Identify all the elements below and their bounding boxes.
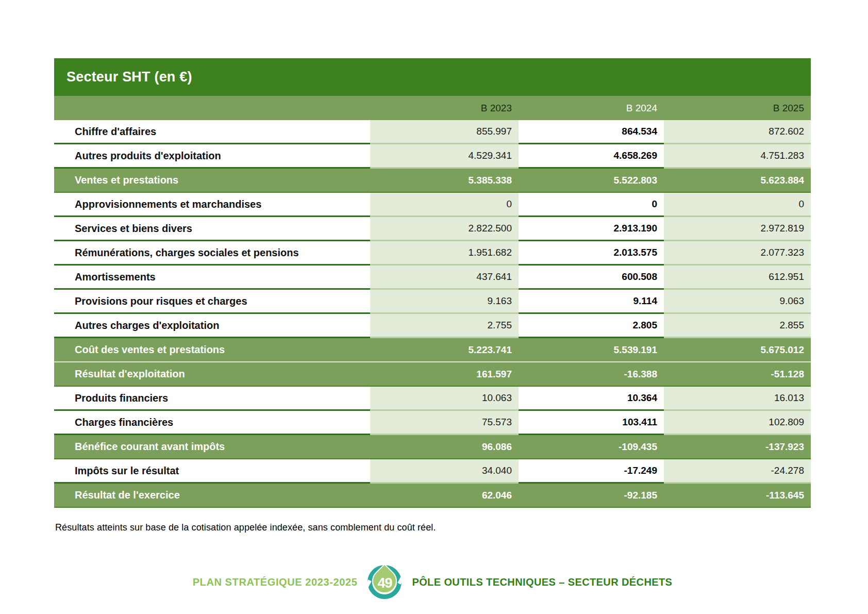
cell-b2024: 2.913.190 — [519, 217, 664, 241]
row-label: Bénéfice courant avant impôts — [54, 435, 370, 458]
table-row: Résultat d'exploitation161.597-16.388-51… — [54, 362, 811, 387]
row-label: Chiffre d'affaires — [54, 120, 370, 144]
cell-b2024: 4.658.269 — [519, 144, 664, 169]
table-row: Provisions pour risques et charges9.1639… — [54, 290, 811, 314]
column-header-b2024: B 2024 — [519, 96, 664, 120]
row-label: Autres charges d'exploitation — [54, 314, 370, 338]
column-header-b2023: B 2023 — [370, 96, 519, 120]
footer-section-title: PÔLE OUTILS TECHNIQUES – SECTEUR DÉCHETS — [412, 576, 672, 588]
row-label: Services et biens divers — [54, 217, 370, 241]
cell-b2024: -92.185 — [519, 484, 664, 507]
cell-b2024: 600.508 — [519, 265, 664, 290]
cell-b2024: 2.013.575 — [519, 241, 664, 265]
page-content: Secteur SHT (en €) B 2023 B 2024 B 2025 … — [54, 58, 811, 599]
cell-b2023: 62.046 — [370, 484, 519, 507]
table-row: Résultat de l'exercice62.046-92.185-113.… — [54, 484, 811, 508]
table-row: Impôts sur le résultat34.040-17.249-24.2… — [54, 459, 811, 484]
cell-b2025: 612.951 — [664, 265, 811, 290]
row-label: Résultat de l'exercice — [54, 484, 370, 507]
cell-b2023: 855.997 — [370, 120, 519, 144]
cell-b2025: 5.623.884 — [664, 169, 811, 192]
cell-b2025: -51.128 — [664, 362, 811, 386]
row-label: Provisions pour risques et charges — [54, 290, 370, 314]
header-spacer — [54, 96, 370, 120]
row-label: Amortissements — [54, 265, 370, 290]
cell-b2024: 9.114 — [519, 290, 664, 314]
cell-b2023: 10.063 — [370, 387, 519, 411]
page-number: 49 — [368, 565, 402, 599]
cell-b2025: 0 — [664, 193, 811, 217]
cell-b2023: 96.086 — [370, 435, 519, 458]
cell-b2023: 437.641 — [370, 265, 519, 290]
cell-b2025: -113.645 — [664, 484, 811, 507]
cell-b2023: 161.597 — [370, 362, 519, 386]
row-label: Approvisionnements et marchandises — [54, 193, 370, 217]
table-title: Secteur SHT (en €) — [66, 69, 192, 85]
cell-b2025: 5.675.012 — [664, 338, 811, 361]
table-row: Produits financiers10.06310.36416.013 — [54, 387, 811, 411]
footer-plan-title: PLAN STRATÉGIQUE 2023-2025 — [193, 576, 358, 588]
row-label: Ventes et prestations — [54, 169, 370, 192]
row-label: Charges financières — [54, 411, 370, 435]
table-row: Services et biens divers2.822.5002.913.1… — [54, 217, 811, 241]
table-row: Autres produits d'exploitation4.529.3414… — [54, 144, 811, 169]
footnote: Résultats atteints sur base de la cotisa… — [55, 522, 811, 533]
row-label: Coût des ventes et prestations — [54, 338, 370, 361]
cell-b2024: -17.249 — [519, 459, 664, 484]
table-row: Amortissements437.641600.508612.951 — [54, 265, 811, 290]
table-title-bar: Secteur SHT (en €) — [54, 58, 811, 96]
cell-b2025: 872.602 — [664, 120, 811, 144]
cell-b2023: 5.223.741 — [370, 338, 519, 361]
row-label: Produits financiers — [54, 387, 370, 411]
row-label: Impôts sur le résultat — [54, 459, 370, 484]
cell-b2023: 75.573 — [370, 411, 519, 435]
row-label: Autres produits d'exploitation — [54, 144, 370, 169]
table-row: Charges financières75.573103.411102.809 — [54, 411, 811, 435]
cell-b2024: 0 — [519, 193, 664, 217]
table-row: Rémunérations, charges sociales et pensi… — [54, 241, 811, 265]
cell-b2025: 2.855 — [664, 314, 811, 338]
cell-b2025: 4.751.283 — [664, 144, 811, 169]
cell-b2024: 2.805 — [519, 314, 664, 338]
page-number-badge: 49 — [368, 565, 402, 599]
cell-b2024: 864.534 — [519, 120, 664, 144]
cell-b2024: 5.522.803 — [519, 169, 664, 192]
financial-table: Secteur SHT (en €) B 2023 B 2024 B 2025 … — [54, 58, 811, 508]
row-label: Résultat d'exploitation — [54, 362, 370, 386]
cell-b2025: 2.077.323 — [664, 241, 811, 265]
cell-b2023: 9.163 — [370, 290, 519, 314]
row-label: Rémunérations, charges sociales et pensi… — [54, 241, 370, 265]
table-row: Chiffre d'affaires855.997864.534872.602 — [54, 120, 811, 144]
cell-b2025: 2.972.819 — [664, 217, 811, 241]
page-footer: PLAN STRATÉGIQUE 2023-2025 49 PÔLE OUTIL… — [54, 565, 811, 599]
column-header-b2025: B 2025 — [664, 96, 811, 120]
cell-b2023: 34.040 — [370, 459, 519, 484]
cell-b2025: 102.809 — [664, 411, 811, 435]
table-body: Chiffre d'affaires855.997864.534872.602A… — [54, 120, 811, 508]
table-row: Approvisionnements et marchandises000 — [54, 193, 811, 217]
cell-b2023: 1.951.682 — [370, 241, 519, 265]
cell-b2024: 10.364 — [519, 387, 664, 411]
table-row: Ventes et prestations5.385.3385.522.8035… — [54, 169, 811, 193]
table-header-row: B 2023 B 2024 B 2025 — [54, 96, 811, 120]
cell-b2025: -137.923 — [664, 435, 811, 458]
cell-b2023: 2.822.500 — [370, 217, 519, 241]
cell-b2025: 16.013 — [664, 387, 811, 411]
cell-b2025: -24.278 — [664, 459, 811, 484]
cell-b2023: 5.385.338 — [370, 169, 519, 192]
cell-b2023: 2.755 — [370, 314, 519, 338]
cell-b2023: 0 — [370, 193, 519, 217]
cell-b2024: 5.539.191 — [519, 338, 664, 361]
cell-b2024: -109.435 — [519, 435, 664, 458]
table-row: Coût des ventes et prestations5.223.7415… — [54, 338, 811, 362]
table-row: Autres charges d'exploitation2.7552.8052… — [54, 314, 811, 338]
table-row: Bénéfice courant avant impôts96.086-109.… — [54, 435, 811, 459]
cell-b2023: 4.529.341 — [370, 144, 519, 169]
cell-b2025: 9.063 — [664, 290, 811, 314]
cell-b2024: -16.388 — [519, 362, 664, 386]
cell-b2024: 103.411 — [519, 411, 664, 435]
